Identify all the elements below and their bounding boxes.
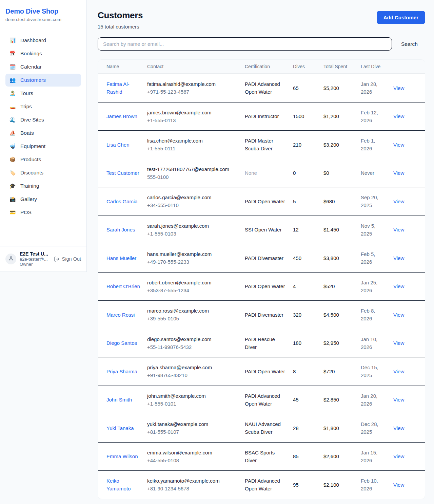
table-row: John Smithjohn.smith@example.com+1-555-0… [98,386,425,414]
view-link[interactable]: View [393,255,404,261]
view-link[interactable]: View [393,170,404,176]
sidebar-header: Demo Dive Shop demo.test.divestreams.com [0,0,86,29]
customer-name-link[interactable]: Test Customer [106,170,139,176]
sidebar-item-label: Boats [20,130,34,136]
customer-certification-cell: PADI Divemaster [245,244,293,273]
customer-total-spent-cell: $2,850 [323,386,361,414]
sidebar-item-trips[interactable]: 🚤Trips [5,100,81,113]
customers-table: NameContactCertificationDivesTotal Spent… [98,60,425,499]
customer-name-link[interactable]: Keiko Yamamoto [106,478,131,491]
customer-phone: +1-555-0113 [147,116,239,124]
view-link[interactable]: View [393,113,404,119]
customers-table-card: NameContactCertificationDivesTotal Spent… [98,59,425,499]
view-link[interactable]: View [393,312,404,318]
customer-certification-cell: PADI Open Water [245,187,293,216]
customer-email: robert.obrien@example.com [147,279,239,286]
view-link[interactable]: View [393,453,404,459]
table-row: Priya Sharmapriya.sharma@example.com+91-… [98,357,425,386]
view-link[interactable]: View [393,369,404,374]
customer-name-link[interactable]: James Brown [106,113,137,119]
graduation-cap-icon: 🎓 [9,183,16,189]
sidebar-item-training[interactable]: 🎓Training [5,180,81,192]
customer-dives-cell: 4 [293,272,323,301]
sidebar-item-products[interactable]: 📦Products [5,153,81,166]
customer-total-spent-cell: $5,200 [323,74,361,102]
customer-contact-cell: diego.santos@example.com+55-11-99876-543… [147,329,245,357]
customer-email: james.brown@example.com [147,109,239,116]
sidebar-item-label: Gallery [20,196,37,202]
sidebar-item-dive-sites[interactable]: 🌊Dive Sites [5,113,81,126]
customer-view-cell: View [393,471,425,499]
customer-name-link[interactable]: Diego Santos [106,340,137,346]
sidebar-item-customers[interactable]: 👥Customers [5,74,81,87]
user-info: E2E Test U... e2e-tester@... Owner [20,251,51,267]
customer-email: fatima.alrashid@example.com [147,80,239,88]
customer-phone: +1-555-0101 [147,400,239,408]
view-link[interactable]: View [393,482,404,488]
view-link[interactable]: View [393,425,404,431]
view-link[interactable]: View [393,340,404,346]
customer-total-spent-cell: $3,800 [323,244,361,273]
table-header: NameContactCertificationDivesTotal Spent… [98,60,425,74]
search-button[interactable]: Search [401,41,418,47]
view-link[interactable]: View [393,397,404,403]
sidebar-item-pos[interactable]: 💳POS [5,206,81,219]
customer-view-cell: View [393,131,425,159]
customer-contact-cell: fatima.alrashid@example.com+971-55-123-4… [147,74,245,102]
sidebar-item-tours[interactable]: 🏝️Tours [5,87,81,100]
customer-phone: 555-0100 [147,173,239,181]
customer-view-cell: View [393,386,425,414]
customer-dives-cell: 85 [293,442,323,471]
customer-name-link[interactable]: Lisa Chen [106,142,130,148]
customer-dives-cell: 320 [293,301,323,329]
view-link[interactable]: View [393,227,404,232]
customer-name-cell: Yuki Tanaka [98,414,147,443]
sign-out-button[interactable]: Sign Out [54,256,81,262]
customer-contact-cell: lisa.chen@example.com+1-555-0111 [147,131,245,159]
view-link[interactable]: View [393,85,404,91]
sidebar-item-bookings[interactable]: 📅Bookings [5,47,81,60]
sidebar-item-discounts[interactable]: 🏷️Discounts [5,166,81,179]
customer-last-dive-cell: Jan 20, 2026 [361,386,393,414]
customer-name-link[interactable]: John Smith [106,397,132,403]
customer-name-link[interactable]: Carlos Garcia [106,199,138,204]
table-row: Keiko Yamamotokeiko.yamamoto@example.com… [98,471,425,499]
customer-name-link[interactable]: Sarah Jones [106,227,135,232]
customer-name-link[interactable]: Priya Sharma [106,369,137,374]
customer-name-link[interactable]: Fatima Al-Rashid [106,81,130,95]
customer-contact-cell: emma.wilson@example.com+44-555-0108 [147,442,245,471]
customer-name-link[interactable]: Yuki Tanaka [106,425,134,431]
column-header-total-spent: Total Spent [323,60,361,74]
sidebar-item-equipment[interactable]: 🤿Equipment [5,140,81,153]
table-row: Hans Muellerhans.mueller@example.com+49-… [98,244,425,273]
customer-dives-cell: 45 [293,386,323,414]
column-header-last-dive: Last Dive [361,60,393,74]
customer-name-link[interactable]: Robert O'Brien [106,283,140,289]
credit-card-icon: 💳 [9,209,16,216]
customer-certification-cell: PADI Open Water [245,357,293,386]
table-row: Fatima Al-Rashidfatima.alrashid@example.… [98,74,425,102]
customer-phone: +1-555-0103 [147,230,239,238]
customer-contact-cell: priya.sharma@example.com+91-98765-43210 [147,357,245,386]
customer-last-dive-cell: Jan 15, 2026 [361,442,393,471]
customer-view-cell: View [393,272,425,301]
sign-out-icon [54,256,60,262]
view-link[interactable]: View [393,283,404,289]
customer-last-dive-cell: Never [361,159,393,187]
sidebar-item-boats[interactable]: ⛵Boats [5,127,81,139]
sidebar-item-dashboard[interactable]: 📊Dashboard [5,34,81,47]
customer-name-cell: John Smith [98,386,147,414]
customer-name-link[interactable]: Emma Wilson [106,453,138,459]
customer-name-link[interactable]: Marco Rossi [106,312,135,318]
customer-view-cell: View [393,442,425,471]
table-row: Test Customertest-1772681807767@example.… [98,159,425,187]
search-input[interactable] [98,37,392,51]
add-customer-button[interactable]: Add Customer [377,11,425,24]
sidebar-item-gallery[interactable]: 📸Gallery [5,193,81,206]
bar-chart-icon: 📊 [9,37,16,43]
customer-name-link[interactable]: Hans Mueller [106,255,136,261]
sidebar-item-calendar[interactable]: 🗓️Calendar [5,60,81,73]
view-link[interactable]: View [393,199,404,204]
customer-email: keiko.yamamoto@example.com [147,477,239,485]
view-link[interactable]: View [393,142,404,148]
